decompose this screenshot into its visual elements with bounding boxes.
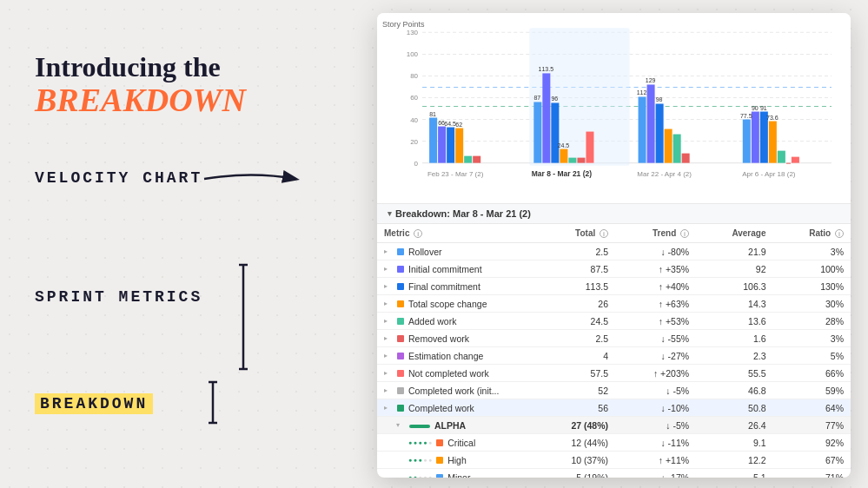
metric-color-dot — [397, 248, 404, 255]
table-row[interactable]: ▸Final commitment113.5↑ +40%106.3130% — [377, 278, 851, 295]
metric-average: 12.2 — [696, 452, 772, 469]
metric-name: Critical — [447, 438, 475, 448]
metric-trend: ↑ +203% — [615, 365, 696, 382]
metric-name: Minor — [447, 472, 470, 478]
expand-icon[interactable]: ▸ — [384, 404, 393, 412]
metric-color-dot — [397, 387, 404, 394]
chart-y-label: Story Points — [382, 20, 425, 29]
metric-color-dot — [397, 318, 404, 325]
metric-ratio: 64% — [772, 399, 851, 417]
table-row[interactable]: ▸Total scope change26↑ +63%14.330% — [377, 295, 851, 313]
expand-icon[interactable]: ▸ — [384, 282, 393, 290]
metric-color-dot — [436, 439, 443, 446]
metric-total: 4 — [533, 347, 615, 365]
metric-ratio: 3% — [772, 243, 851, 260]
metric-average: 92 — [696, 260, 772, 278]
expand-icon[interactable]: ▸ — [384, 369, 393, 377]
table-row[interactable]: ●●●●●Minor5 (19%)↓ -17%5.171% — [377, 469, 851, 478]
expand-icon[interactable]: ▸ — [384, 300, 393, 307]
col-average: Average — [696, 224, 772, 243]
metric-name: High — [447, 455, 467, 465]
metric-name: Initial commitment — [408, 264, 482, 274]
velocity-chart-svg: 0 20 40 60 80 100 130 81 66 64.5 62 — [388, 22, 840, 191]
svg-text:64.5: 64.5 — [444, 121, 456, 127]
expand-icon[interactable]: ▸ — [384, 265, 393, 273]
metric-name: Added work — [408, 316, 456, 326]
metric-name: Not completed work — [408, 368, 489, 379]
metric-ratio: 100% — [772, 260, 851, 278]
metric-average: 21.9 — [696, 243, 772, 260]
table-row[interactable]: ▸Rollover2.5↓ -80%21.93% — [377, 243, 851, 260]
metric-trend: ↑ +35% — [615, 260, 696, 278]
col-metric: Metric i — [377, 224, 533, 243]
left-panel: Introducing the BREAKDOWN — [0, 0, 400, 488]
table-row[interactable]: ●●●●●High10 (37%)↑ +11%12.267% — [377, 452, 851, 469]
metric-trend: ↑ +11% — [615, 452, 696, 469]
svg-rect-32 — [577, 158, 585, 163]
metric-ratio: 3% — [772, 330, 851, 347]
svg-rect-18 — [438, 127, 446, 163]
table-row[interactable]: ▸Added work24.5↑ +53%13.628% — [377, 313, 851, 330]
metric-color-dot — [397, 266, 404, 273]
svg-rect-21 — [464, 156, 472, 163]
table-row[interactable]: ▸Completed work (init...52↓ -5%46.859% — [377, 382, 851, 399]
metric-total: 12 (44%) — [533, 434, 615, 452]
metric-total: 26 — [533, 295, 615, 313]
table-row[interactable]: ▸Removed work2.5↓ -55%1.63% — [377, 330, 851, 347]
breakdown-header[interactable]: ▾ Breakdown: Mar 8 - Mar 21 (2) — [377, 204, 851, 224]
svg-rect-42 — [673, 135, 681, 163]
metric-color-dot — [397, 335, 404, 342]
chart-area: Story Points 0 20 40 60 80 100 130 — [377, 13, 851, 204]
table-row[interactable]: ▸Not completed work57.5↑ +203%55.566% — [377, 365, 851, 382]
metric-average: 26.4 — [696, 417, 772, 434]
expand-icon[interactable]: ▸ — [384, 334, 393, 342]
svg-rect-53 — [792, 157, 799, 163]
metric-ratio: 28% — [772, 313, 851, 330]
metric-ratio: 67% — [772, 452, 851, 469]
info-icon-trend: i — [680, 229, 689, 238]
metric-trend: ↑ +53% — [615, 313, 696, 330]
svg-text:60: 60 — [410, 94, 418, 102]
metric-ratio: 59% — [772, 382, 851, 399]
svg-text:20: 20 — [410, 138, 418, 146]
svg-rect-38 — [639, 96, 646, 162]
expand-icon[interactable]: ▸ — [384, 352, 393, 359]
svg-text:Feb 23 - Mar 7 (2): Feb 23 - Mar 7 (2) — [427, 170, 484, 178]
expand-icon[interactable]: ▸ — [384, 247, 393, 255]
metric-trend: ↑ +63% — [615, 295, 696, 313]
metric-average: 13.6 — [696, 313, 772, 330]
svg-text:81: 81 — [429, 111, 436, 117]
table-row[interactable]: ▸Completed work56↓ -10%50.864% — [377, 399, 851, 417]
expand-icon: ▾ — [396, 421, 405, 429]
svg-text:113.5: 113.5 — [539, 66, 554, 72]
metric-trend: ↓ -10% — [615, 399, 696, 417]
svg-rect-33 — [586, 132, 593, 163]
breakdown-title: Breakdown: Mar 8 - Mar 21 (2) — [395, 208, 531, 219]
metric-total: 57.5 — [533, 365, 615, 382]
svg-text:98: 98 — [656, 96, 663, 102]
svg-rect-52 — [786, 163, 791, 164]
metrics-table-container[interactable]: Metric i Total i Trend i Average Ratio i… — [377, 224, 851, 478]
table-row[interactable]: ●●●●●Critical12 (44%)↓ -11%9.192% — [377, 434, 851, 452]
col-ratio: Ratio i — [772, 224, 851, 243]
metric-name: ALPHA — [434, 420, 466, 431]
metric-average: 5.1 — [696, 469, 772, 478]
svg-text:62: 62 — [455, 122, 462, 128]
expand-icon[interactable]: ▸ — [384, 317, 393, 325]
table-row[interactable]: ▸Initial commitment87.5↑ +35%92100% — [377, 260, 851, 278]
svg-text:130: 130 — [407, 29, 419, 36]
svg-text:87: 87 — [533, 95, 540, 101]
metric-ratio: 5% — [772, 347, 851, 365]
metric-trend: ↓ -80% — [615, 243, 696, 260]
svg-rect-29 — [551, 102, 559, 162]
svg-rect-28 — [542, 73, 550, 162]
expand-icon[interactable]: ▸ — [384, 386, 393, 394]
table-row[interactable]: ▸Estimation change4↓ -27%2.35% — [377, 347, 851, 365]
metric-total: 2.5 — [533, 330, 615, 347]
svg-text:80: 80 — [410, 72, 418, 80]
metric-average: 2.3 — [696, 347, 772, 365]
metric-total: 87.5 — [533, 260, 615, 278]
svg-rect-30 — [560, 149, 567, 163]
table-row[interactable]: ▾ALPHA27 (48%)↓ -5%26.477% — [377, 417, 851, 434]
metric-total: 10 (37%) — [533, 452, 615, 469]
